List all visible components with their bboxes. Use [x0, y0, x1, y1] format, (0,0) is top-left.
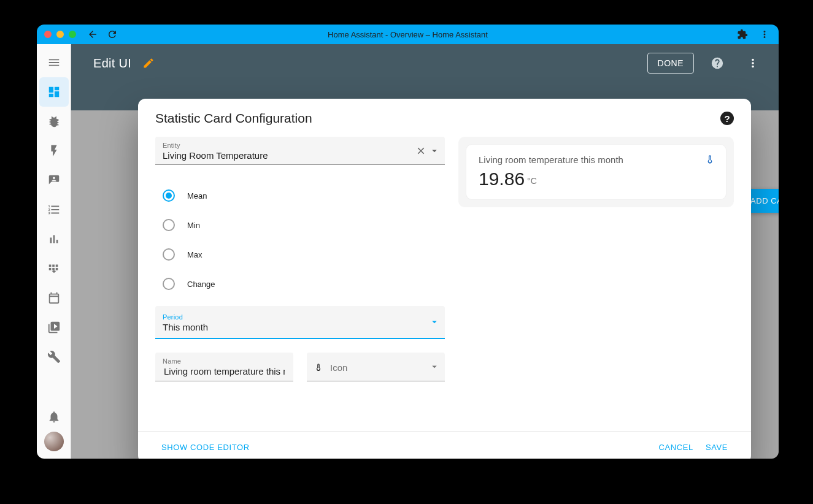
radio-label: Change	[187, 280, 215, 289]
energy-icon[interactable]	[39, 136, 69, 166]
list-icon[interactable]	[39, 195, 69, 224]
back-icon[interactable]	[87, 29, 98, 40]
close-window-icon[interactable]	[44, 31, 52, 38]
dialog-title: Statistic Card Configuration	[155, 111, 312, 126]
history-icon[interactable]	[39, 224, 69, 254]
radio-label: Max	[187, 250, 202, 259]
card-config-dialog: Statistic Card Configuration ? Entity Li…	[138, 99, 751, 459]
traffic-lights	[37, 31, 76, 38]
icon-placeholder: Icon	[330, 362, 347, 373]
pencil-icon[interactable]	[142, 57, 155, 69]
preview-unit: °C	[527, 176, 537, 186]
radio-dot	[163, 189, 175, 202]
chevron-down-icon[interactable]	[429, 316, 440, 327]
maximize-window-icon[interactable]	[69, 31, 76, 38]
radio-label: Min	[187, 221, 200, 230]
titlebar: Home Assistant - Overview – Home Assista…	[37, 25, 779, 44]
help-icon[interactable]	[705, 51, 730, 75]
name-field[interactable]: Name	[155, 353, 293, 381]
media-icon[interactable]	[39, 313, 69, 342]
dialog-help-icon[interactable]: ?	[720, 112, 734, 125]
page-title: Edit UI	[93, 56, 131, 71]
edit-header: Edit UI DONE	[71, 44, 779, 82]
stat-type-radiogroup: MeanMinMaxChange	[155, 165, 445, 306]
kebab-menu-icon[interactable]	[759, 29, 770, 40]
thermometer-icon	[705, 155, 715, 164]
preview-card: Living room temperature this month 19.86…	[466, 144, 726, 200]
entity-field[interactable]: Entity Living Room Temperature	[155, 137, 445, 165]
entity-value: Living Room Temperature	[163, 149, 437, 161]
name-input[interactable]	[163, 365, 286, 377]
period-field[interactable]: Period This month	[155, 306, 445, 339]
radio-dot	[163, 278, 175, 290]
cancel-button[interactable]: CANCEL	[653, 439, 699, 456]
radio-change[interactable]: Change	[163, 269, 445, 299]
notifications-icon[interactable]	[39, 402, 69, 432]
overflow-menu-icon[interactable]	[741, 51, 765, 75]
period-label: Period	[163, 313, 437, 321]
radio-dot	[163, 219, 175, 231]
dev-tools-icon[interactable]	[39, 342, 69, 372]
logbook-icon[interactable]	[39, 254, 69, 283]
radio-mean[interactable]: Mean	[163, 181, 445, 210]
radio-min[interactable]: Min	[163, 210, 445, 240]
reload-icon[interactable]	[107, 29, 118, 40]
extension-icon[interactable]	[737, 29, 748, 40]
window-title: Home Assistant - Overview – Home Assista…	[328, 30, 488, 39]
sidebar	[37, 44, 71, 459]
preview-number: 19.86	[479, 169, 525, 189]
done-button[interactable]: DONE	[647, 53, 694, 74]
dashboard-icon[interactable]	[39, 77, 69, 107]
thermometer-icon	[314, 363, 323, 372]
preview-name: Living room temperature this month	[479, 155, 714, 165]
preview-area: Living room temperature this month 19.86…	[458, 137, 734, 207]
calendar-icon[interactable]	[39, 283, 69, 313]
name-label: Name	[163, 357, 286, 365]
preview-value: 19.86°C	[479, 165, 714, 189]
show-code-editor-button[interactable]: SHOW CODE EDITOR	[155, 439, 256, 456]
user-avatar[interactable]	[44, 432, 64, 451]
chevron-down-icon[interactable]	[429, 361, 440, 372]
person-icon[interactable]	[39, 166, 69, 195]
save-button[interactable]: SAVE	[699, 439, 734, 456]
entity-label: Entity	[163, 142, 437, 149]
browser-window: Home Assistant - Overview – Home Assista…	[37, 25, 779, 459]
radio-dot	[163, 248, 175, 261]
period-value: This month	[163, 321, 437, 332]
clear-icon[interactable]	[415, 145, 426, 156]
bug-icon[interactable]	[39, 107, 69, 136]
minimize-window-icon[interactable]	[56, 31, 64, 38]
chevron-down-icon[interactable]	[429, 145, 440, 156]
radio-max[interactable]: Max	[163, 240, 445, 269]
icon-field[interactable]: Icon	[307, 353, 445, 381]
radio-label: Mean	[187, 191, 207, 200]
hamburger-icon[interactable]	[39, 48, 69, 77]
